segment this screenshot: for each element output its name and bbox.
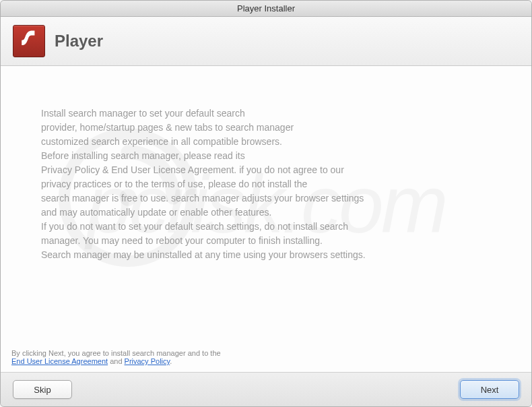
body-line: customized search experience in all comp…: [41, 135, 491, 149]
body-line: Search manager may be uninstalled at any…: [41, 248, 491, 262]
flash-glyph: [19, 29, 39, 53]
next-button[interactable]: Next: [460, 380, 519, 399]
body-line: Before installing search manager, please…: [41, 149, 491, 163]
flash-player-icon: [13, 25, 45, 57]
agreement-prefix: By clicking Next, you agree to install s…: [11, 349, 221, 357]
eula-link[interactable]: End User License Agreement: [11, 357, 108, 365]
body-line: manager. You may need to reboot your com…: [41, 234, 491, 248]
body-line: and may automatically update or enable o…: [41, 206, 491, 220]
privacy-link[interactable]: Privacy Policy: [125, 357, 170, 365]
body-line: provider, home/startup pages & new tabs …: [41, 121, 491, 135]
window-title: Player Installer: [237, 3, 295, 13]
content-area: pcrisk.com Install search manager to set…: [1, 66, 531, 342]
titlebar: Player Installer: [1, 1, 531, 17]
header-title: Player: [55, 32, 103, 51]
body-line: Install search manager to set your defau…: [41, 106, 491, 121]
body-line: privacy practices or to the terms of use…: [41, 177, 491, 191]
body-line: If you do not want to set your default s…: [41, 220, 491, 234]
header: Player: [1, 17, 531, 66]
agreement-bar: By clicking Next, you agree to install s…: [1, 342, 531, 373]
body-text: Install search manager to set your defau…: [41, 106, 491, 262]
agreement-and: and: [108, 357, 124, 365]
body-line: search manager is free to use. search ma…: [41, 191, 491, 206]
body-line: Privacy Policy & End User License Agreem…: [41, 163, 491, 177]
agreement-suffix: .: [170, 357, 172, 365]
footer: Skip Next: [1, 373, 531, 406]
installer-window: Player Installer Player pcrisk.com Insta…: [0, 0, 532, 407]
skip-button[interactable]: Skip: [13, 380, 72, 399]
